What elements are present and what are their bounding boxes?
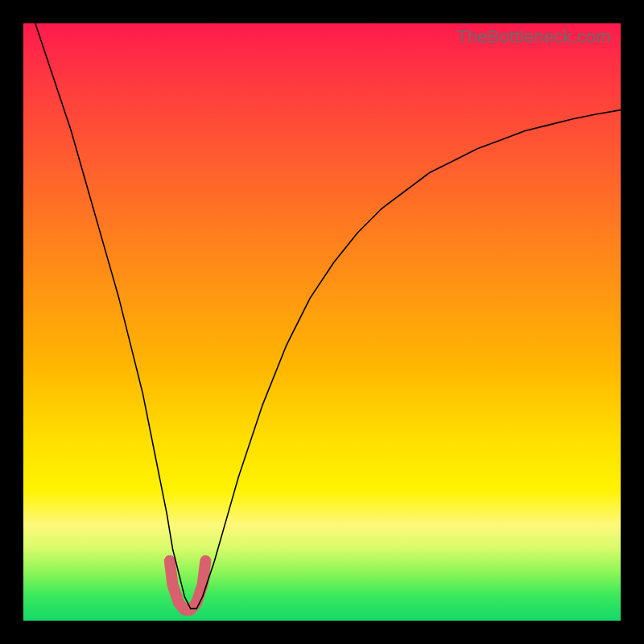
chart-svg: [23, 23, 621, 621]
chart-plot-area: TheBottleneck.com: [23, 23, 621, 621]
bottleneck-curve-line: [35, 23, 621, 609]
